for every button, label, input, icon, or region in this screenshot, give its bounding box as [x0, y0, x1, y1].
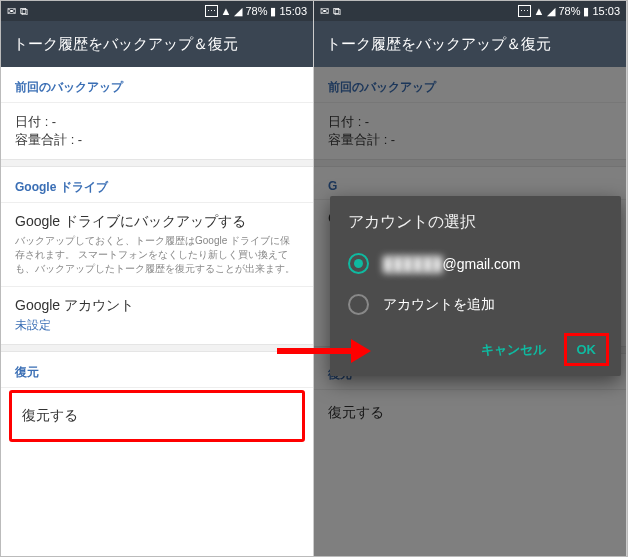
ime-icon: ⋯ [518, 5, 531, 17]
battery-icon: ▮ [270, 5, 276, 18]
size-value: : - [71, 132, 83, 147]
email-masked: ██████ [383, 256, 443, 272]
mail-icon: ✉ [320, 5, 329, 18]
signal-icon: ◢ [234, 5, 242, 18]
account-select-dialog: アカウントの選択 ██████@gmail.com アカウントを追加 キャンセル… [330, 196, 621, 376]
section-restore: 復元 [1, 352, 313, 388]
battery-pct: 78% [245, 5, 267, 17]
status-bar: ✉ ⧉ ⋯ ▲ ◢ 78% ▮ 15:03 [1, 1, 313, 21]
ok-button[interactable]: OK [564, 333, 610, 366]
size-label: 容量合計 [15, 132, 67, 147]
restore-label: 復元する [22, 407, 292, 425]
page-title: トーク履歴をバックアップ＆復元 [13, 35, 238, 54]
title-bar: トーク履歴をバックアップ＆復元 [1, 21, 313, 67]
battery-pct: 78% [558, 5, 580, 17]
page-title: トーク履歴をバックアップ＆復元 [326, 35, 551, 54]
wifi-icon: ▲ [534, 5, 545, 17]
dropbox-icon: ⧉ [333, 5, 341, 18]
phone-screen-right: ✉ ⧉ ⋯ ▲ ◢ 78% ▮ 15:03 トーク履歴をバックアップ＆復元 前回… [314, 1, 627, 556]
radio-unselected-icon [348, 294, 369, 315]
row-restore[interactable]: 復元する [9, 390, 305, 442]
row-google-account[interactable]: Google アカウント 未設定 [1, 286, 313, 344]
clock: 15:03 [592, 5, 620, 17]
backup-label: Google ドライブにバックアップする [15, 213, 299, 231]
divider [1, 344, 313, 352]
row-backup-gdrive[interactable]: Google ドライブにバックアップする バックアップしておくと、トーク履歴はG… [1, 203, 313, 286]
annotation-arrow [277, 344, 371, 358]
cancel-button[interactable]: キャンセル [471, 335, 556, 365]
section-gdrive: Google ドライブ [1, 167, 313, 203]
date-label: 日付 [15, 114, 41, 129]
email-suffix: @gmail.com [443, 256, 521, 272]
add-account-label: アカウントを追加 [383, 296, 495, 314]
title-bar: トーク履歴をバックアップ＆復元 [314, 21, 626, 67]
status-bar: ✉ ⧉ ⋯ ▲ ◢ 78% ▮ 15:03 [314, 1, 626, 21]
phone-screen-left: ✉ ⧉ ⋯ ▲ ◢ 78% ▮ 15:03 トーク履歴をバックアップ＆復元 前回… [1, 1, 314, 556]
backup-desc: バックアップしておくと、トーク履歴はGoogle ドライブに保存されます。 スマ… [15, 234, 299, 276]
dialog-title: アカウントの選択 [330, 196, 621, 243]
ime-icon: ⋯ [205, 5, 218, 17]
clock: 15:03 [279, 5, 307, 17]
radio-selected-icon [348, 253, 369, 274]
divider [1, 159, 313, 167]
row-date: 日付 : - 容量合計 : - [1, 103, 313, 159]
dialog-option-email[interactable]: ██████@gmail.com [330, 243, 621, 284]
dropbox-icon: ⧉ [20, 5, 28, 18]
section-last-backup: 前回のバックアップ [1, 67, 313, 103]
signal-icon: ◢ [547, 5, 555, 18]
mail-icon: ✉ [7, 5, 16, 18]
account-value: 未設定 [15, 317, 299, 334]
dialog-option-add[interactable]: アカウントを追加 [330, 284, 621, 325]
battery-icon: ▮ [583, 5, 589, 18]
account-label: Google アカウント [15, 297, 299, 315]
date-value: : - [45, 114, 57, 129]
wifi-icon: ▲ [221, 5, 232, 17]
